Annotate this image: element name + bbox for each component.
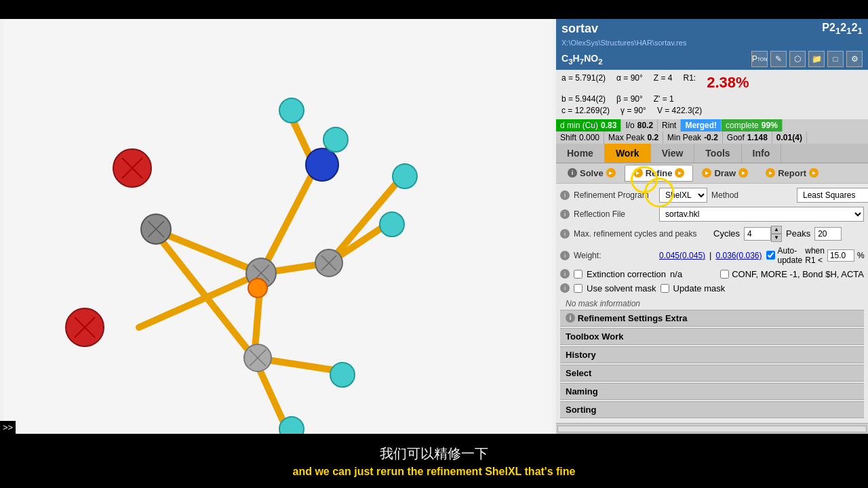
program-row: i Refinement Program ShelXL ShelXS Metho… xyxy=(560,188,864,203)
auto-update-when: when R1 < xyxy=(805,246,825,265)
svg-point-37 xyxy=(393,164,417,188)
metric-shift: Shift 0.000 xyxy=(556,131,604,144)
metric-io: I/o 80.2 xyxy=(621,119,658,131)
metric-merged: Merged! xyxy=(681,119,722,131)
stat-c: c = 12.269(2) xyxy=(561,105,610,117)
sorting-header[interactable]: Sorting xyxy=(560,401,864,418)
extra-label: Refinement Settings Extra xyxy=(578,313,688,323)
toolbar-btn-gear[interactable]: ⚙ xyxy=(846,51,863,67)
update-mask-label: Update mask xyxy=(673,283,726,293)
tab-home[interactable]: Home xyxy=(556,144,605,163)
subtab-draw-label: Draw xyxy=(714,168,736,178)
auto-update-row: Auto-update when R1 < % xyxy=(766,246,865,265)
subtab-refine[interactable]: ▸ Refine ▸ xyxy=(625,165,694,182)
metric-io-value: 80.2 xyxy=(637,121,653,130)
history-header[interactable]: History xyxy=(560,346,864,363)
metric-goof-label: Goof xyxy=(727,133,745,142)
toolbox-work-header[interactable]: Toolbox Work xyxy=(560,328,864,345)
metrics-row1: d min (Cu) 0.83 I/o 80.2 Rint Merged! co… xyxy=(556,119,868,131)
formula: C3H7NO2 xyxy=(561,53,603,66)
bottom-bar: 我们可以精修一下 and we can just rerun the refin… xyxy=(0,434,868,488)
metric-last: 0.01(4) xyxy=(772,131,807,144)
toolbar-btn-p[interactable]: PTON xyxy=(751,51,768,67)
extra-settings-header[interactable]: i Refinement Settings Extra xyxy=(560,310,864,327)
weight-sep: | xyxy=(709,250,711,260)
cycles-spinner[interactable]: ▲ ▼ xyxy=(744,226,782,242)
cycles-field-label: Cycles xyxy=(713,228,740,239)
toolbar-btn-hex[interactable]: ⬡ xyxy=(789,51,806,67)
toolbar-btn-folder[interactable]: 📁 xyxy=(808,51,825,67)
solvent-checkbox[interactable] xyxy=(574,284,583,293)
app-title: sortav xyxy=(561,22,598,36)
cycles-input[interactable] xyxy=(744,227,771,241)
extinction-checkbox[interactable] xyxy=(574,270,583,279)
metric-dmin: d min (Cu) 0.83 xyxy=(556,119,621,131)
horizontal-scrollbar[interactable] xyxy=(556,423,868,434)
select-label: Select xyxy=(566,368,591,378)
svg-point-19 xyxy=(306,148,338,181)
file-path: X:\OlexSys\Structures\HAR\sortav.res xyxy=(556,39,868,49)
auto-update-checkbox[interactable] xyxy=(766,251,775,260)
peaks-input[interactable] xyxy=(814,227,842,241)
solve-info-icon: i xyxy=(568,168,577,178)
metric-rint-label: Rint xyxy=(662,121,676,130)
subtab-report[interactable]: ▸ Report ▸ xyxy=(757,165,827,182)
metric-dmin-label: d min (Cu) xyxy=(560,121,598,130)
stat-r1-label: R1: xyxy=(684,73,696,94)
solve-icon: ▸ xyxy=(606,168,616,178)
select-header[interactable]: Select xyxy=(560,365,864,382)
no-mask-info: No mask information xyxy=(560,298,864,310)
metric-shift-label: Shift xyxy=(560,133,576,142)
tab-tools[interactable]: Tools xyxy=(694,144,741,163)
auto-update-unit: % xyxy=(857,251,865,260)
conf-checkbox[interactable] xyxy=(720,270,729,279)
weight-value2[interactable]: 0.036(0.036) xyxy=(715,251,762,260)
weight-info-icon: i xyxy=(560,251,570,260)
stat-beta: β = 90° xyxy=(616,94,643,105)
toolbar-btn-edit[interactable]: ✎ xyxy=(770,51,787,67)
weight-value1[interactable]: 0.045(0.045) xyxy=(659,251,705,260)
refine-icon: ▸ xyxy=(633,168,643,178)
tab-work[interactable]: Work xyxy=(605,144,651,163)
sub-tabs: i Solve ▸ ▸ Refine ▸ ▸ Draw ▸ ▸ Report ▸ xyxy=(556,163,868,184)
metric-complete-value: 99% xyxy=(762,121,778,130)
svg-rect-0 xyxy=(3,19,553,434)
history-label: History xyxy=(566,350,596,360)
molecule-viewport[interactable] xyxy=(0,19,556,434)
subtab-report-label: Report xyxy=(778,168,806,178)
metric-minpeak-value: -0.2 xyxy=(704,133,718,142)
scrollbar-track[interactable] xyxy=(557,426,867,432)
metric-goof: Goof 1.148 xyxy=(723,131,772,144)
subtab-solve[interactable]: i Solve ▸ xyxy=(559,165,625,182)
solvent-label: Use solvent mask xyxy=(587,283,656,293)
metric-maxpeak: Max Peak 0.2 xyxy=(604,131,663,144)
update-mask-checkbox[interactable] xyxy=(660,284,669,293)
naming-header[interactable]: Naming xyxy=(560,383,864,400)
subtab-solve-label: Solve xyxy=(580,168,604,178)
subtab-draw[interactable]: ▸ Draw ▸ xyxy=(693,165,757,182)
metric-complete-label: complete xyxy=(726,121,759,130)
metric-minpeak: Min Peak -0.2 xyxy=(663,131,723,144)
metric-maxpeak-value: 0.2 xyxy=(647,133,658,142)
reflection-select[interactable]: sortav.hkl xyxy=(659,207,864,222)
svg-point-32 xyxy=(279,98,304,123)
metric-maxpeak-label: Max Peak xyxy=(608,133,644,142)
toolbar: PTON ✎ ⬡ 📁 □ ⚙ xyxy=(751,51,863,67)
right-panel: sortav P212121 X:\OlexSys\Structures\HAR… xyxy=(556,19,868,434)
extinction-value: n/a xyxy=(670,269,682,279)
cycles-down[interactable]: ▼ xyxy=(771,234,782,242)
sorting-label: Sorting xyxy=(566,405,597,415)
tab-view[interactable]: View xyxy=(651,144,695,163)
stat-a: a = 5.791(2) xyxy=(561,73,606,94)
stat-alpha: α = 90° xyxy=(616,73,643,94)
program-select[interactable]: ShelXL ShelXS xyxy=(659,188,707,203)
subtitle-english: and we can just rerun the refinement She… xyxy=(293,466,576,478)
toolbar-btn-window[interactable]: □ xyxy=(827,51,844,67)
refine-icon2: ▸ xyxy=(675,168,684,178)
weight-row: i Weight: 0.045(0.045) | 0.036(0.036) Au… xyxy=(560,246,864,265)
cycles-up[interactable]: ▲ xyxy=(771,226,782,234)
report-icon2: ▸ xyxy=(809,168,818,178)
r1-threshold-input[interactable] xyxy=(827,249,854,262)
tab-info[interactable]: Info xyxy=(742,144,782,163)
method-select[interactable]: Least Squares Conjugate Gradient xyxy=(797,188,868,203)
